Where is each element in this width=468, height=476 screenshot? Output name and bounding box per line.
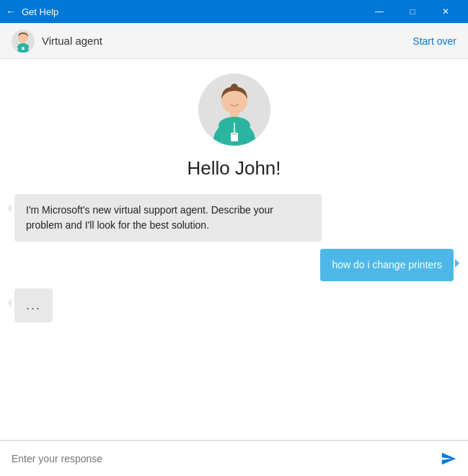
send-icon bbox=[441, 451, 456, 467]
typing-indicator-bubble: ... bbox=[14, 288, 53, 322]
title-bar-title: Get Help bbox=[22, 6, 58, 17]
maximize-button[interactable]: □ bbox=[396, 0, 429, 23]
minimize-button[interactable]: — bbox=[363, 0, 396, 23]
agent-avatar-icon bbox=[12, 30, 35, 53]
user-message-bubble: how do i change printers bbox=[320, 249, 454, 281]
app-header: Virtual agent Start over bbox=[0, 23, 468, 59]
typing-indicator-row: ... bbox=[14, 288, 454, 322]
svg-rect-4 bbox=[22, 47, 24, 48]
agent-message-bubble: I'm Microsoft's new virtual support agen… bbox=[14, 194, 322, 242]
agent-avatar-large bbox=[198, 74, 270, 146]
title-bar-left: ← Get Help bbox=[6, 6, 363, 17]
input-area bbox=[0, 440, 468, 476]
agent-message-row: I'm Microsoft's new virtual support agen… bbox=[14, 194, 454, 242]
agent-avatar-large-icon bbox=[198, 74, 270, 146]
user-message-row: how do i change printers bbox=[14, 249, 454, 281]
agent-avatar-small bbox=[12, 30, 35, 53]
svg-rect-12 bbox=[231, 133, 237, 135]
messages-container: I'm Microsoft's new virtual support agen… bbox=[14, 194, 454, 322]
back-button[interactable]: ← bbox=[6, 6, 16, 17]
send-button[interactable] bbox=[441, 451, 456, 467]
response-input[interactable] bbox=[12, 453, 441, 464]
title-bar-controls: — □ ✕ bbox=[363, 0, 462, 23]
greeting-text: Hello John! bbox=[187, 157, 281, 180]
close-button[interactable]: ✕ bbox=[429, 0, 462, 23]
chat-area: Hello John! I'm Microsoft's new virtual … bbox=[0, 59, 468, 440]
agent-name-label: Virtual agent bbox=[42, 35, 412, 47]
start-over-button[interactable]: Start over bbox=[412, 35, 456, 47]
svg-point-7 bbox=[231, 84, 238, 91]
title-bar: ← Get Help — □ ✕ bbox=[0, 0, 468, 23]
